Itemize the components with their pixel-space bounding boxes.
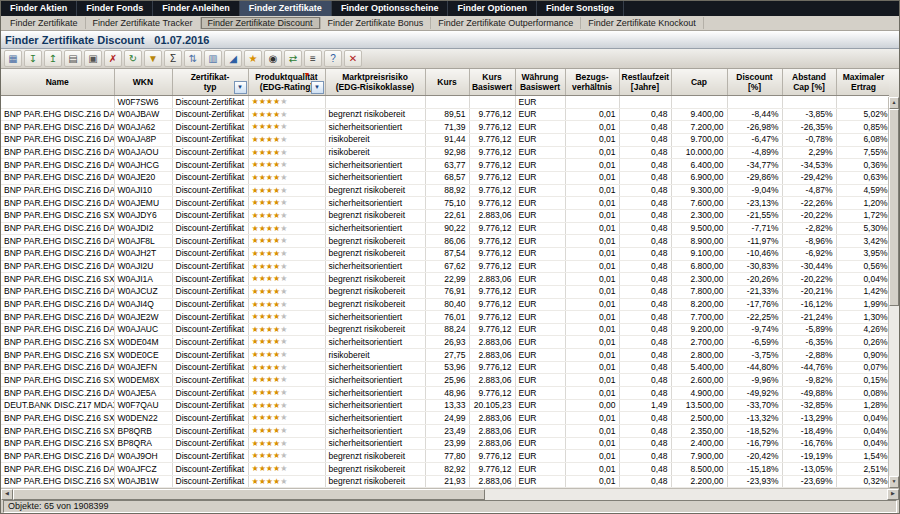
scroll-right-button[interactable]: ▶: [887, 489, 899, 500]
columns-icon[interactable]: ▥: [204, 50, 222, 67]
horizontal-scrollbar[interactable]: ◀ ▶: [1, 488, 899, 500]
table-row[interactable]: BNP PAR.EHG DISC.Z16 DAXW0AJAUCDiscount-…: [1, 323, 891, 336]
column-header-marktpreisrisiko[interactable]: Marktpreisrisiko (EDG-Risikoklasse): [325, 69, 425, 96]
delete-row-icon[interactable]: ✗: [104, 50, 122, 67]
table-row[interactable]: W0F7SW6Discount-Zertifikat★★★★★EUR: [1, 96, 891, 109]
scroll-left-button[interactable]: ◀: [1, 489, 13, 500]
menu-tab-finder-optionen[interactable]: Finder Optionen: [448, 1, 537, 16]
cell-zertifikat-typ: Discount-Zertifikat: [172, 425, 248, 438]
filter-icon[interactable]: ▼: [144, 50, 162, 67]
cell-zertifikat-typ: Discount-Zertifikat: [172, 197, 248, 210]
table-row[interactable]: BNP PAR.EHG DISC.Z16 SX5EW0AJB1WDiscount…: [1, 475, 891, 488]
column-header-name[interactable]: Name: [1, 69, 114, 96]
table-row[interactable]: BNP PAR.EHG DISC.Z16 SX5EW0AJDY6Discount…: [1, 209, 891, 222]
column-header-discount[interactable]: Discount [%]: [727, 69, 782, 96]
table-row[interactable]: BNP PAR.EHG DISC.Z16 DAXW0AJH2TDiscount-…: [1, 247, 891, 260]
cell-discount: -44,80%: [727, 361, 782, 374]
table-row[interactable]: BNP PAR.EHG DISC.Z16 DAXW0AJEMUDiscount-…: [1, 197, 891, 210]
menu-tab-finder-optionsscheine[interactable]: Finder Optionsscheine: [332, 1, 449, 16]
table-row[interactable]: BNP PAR.EHG DISC.Z16 DAXW0AJE2WDiscount-…: [1, 311, 891, 324]
subtab-finder-zertifikate-discount[interactable]: Finder Zertifikate Discount: [201, 17, 321, 29]
chart-icon[interactable]: ◢: [224, 50, 242, 67]
column-header-produktqualitaet[interactable]: Produktqualität (EDG-Rating)▼▼: [248, 69, 325, 96]
filter-dropdown-button-zertifikat-typ[interactable]: ▼: [234, 81, 247, 94]
table-row[interactable]: BNP PAR.EHG DISC.Z16 DAXW0AJA62Discount-…: [1, 121, 891, 134]
export-icon[interactable]: ↧: [24, 50, 42, 67]
sort-icon[interactable]: ⇅: [184, 50, 202, 67]
import-icon[interactable]: ↥: [44, 50, 62, 67]
menu-tab-finder-sonstige[interactable]: Finder Sonstige: [537, 1, 624, 16]
table-row[interactable]: BNP PAR.EHG DISC.Z16 DAXW0AJI2UDiscount-…: [1, 260, 891, 273]
refresh-icon[interactable]: ↻: [124, 50, 142, 67]
table-row[interactable]: BNP PAR.EHG DISC.Z16 SX5EW0AJI1ADiscount…: [1, 273, 891, 286]
cell-abstand-cap: -29,42%: [782, 171, 836, 184]
table-view-icon[interactable]: ▦: [4, 50, 22, 67]
cell-produktqualitaet: ★★★★★: [248, 108, 325, 121]
column-header-cap[interactable]: Cap: [671, 69, 727, 96]
table-row[interactable]: BNP PAR.EHG DISC.Z16 SX5EW0DEM8XDiscount…: [1, 374, 891, 387]
table-row[interactable]: BNP PAR.EHG DISC.Z16 SX5EW0DEN22Discount…: [1, 412, 891, 425]
table-row[interactable]: BNP PAR.EHG DISC.Z16 SX5EW0DE04MDiscount…: [1, 336, 891, 349]
cell-marktpreisrisiko: sicherheitsorientiert: [325, 222, 425, 235]
table-row[interactable]: BNP PAR.EHG DISC.Z16 SX5EBP8QRADiscount-…: [1, 437, 891, 450]
horizontal-scroll-thumb[interactable]: [13, 489, 485, 500]
print-icon[interactable]: ▤: [64, 50, 82, 67]
horizontal-scroll-track[interactable]: [485, 489, 887, 500]
cell-waehrung-basiswert: EUR: [515, 450, 565, 463]
cell-cap: 2.300,00: [671, 273, 727, 286]
column-header-kurs[interactable]: Kurs: [425, 69, 469, 96]
table-row[interactable]: BNP PAR.EHG DISC.Z16 DAXW0AJ9OHDiscount-…: [1, 450, 891, 463]
table-row[interactable]: BNP PAR.EHG DISC.Z16 DAXW0AJCUZDiscount-…: [1, 285, 891, 298]
menu-tab-finder-zertifikate[interactable]: Finder Zertifikate: [240, 1, 332, 16]
copy-icon[interactable]: ▣: [84, 50, 102, 67]
table-row[interactable]: BNP PAR.EHG DISC.Z16 DAXW0AJE5ADiscount-…: [1, 387, 891, 400]
table-row[interactable]: BNP PAR.EHG DISC.Z16 SX5EBP8QRBDiscount-…: [1, 425, 891, 438]
vertical-scrollbar[interactable]: ▲ ▼: [888, 97, 899, 488]
column-header-waehrung-basiswert[interactable]: Währung Basiswert: [515, 69, 565, 96]
table-row[interactable]: BNP PAR.EHG DISC.Z16 DAXW0AJF8LDiscount-…: [1, 235, 891, 248]
table-row[interactable]: BNP PAR.EHG DISC.Z16 DAXW0AJDI2Discount-…: [1, 222, 891, 235]
table-row[interactable]: BNP PAR.EHG DISC.Z16 DAXW0AJFCZDiscount-…: [1, 463, 891, 476]
table-row[interactable]: BNP PAR.EHG DISC.Z16 DAXW0AJI10Discount-…: [1, 184, 891, 197]
column-header-bezugsverhaeltnis[interactable]: Bezugs- verhältnis: [565, 69, 619, 96]
help-icon[interactable]: ?: [324, 50, 342, 67]
scroll-up-button[interactable]: ▲: [889, 97, 899, 109]
settings-icon[interactable]: ≡: [304, 50, 322, 67]
table-row[interactable]: BNP PAR.EHG DISC.Z16 DAXW0AJEFNDiscount-…: [1, 361, 891, 374]
table-row[interactable]: BNP PAR.EHG DISC.Z16 DAXW0AJBAWDiscount-…: [1, 108, 891, 121]
sum-icon[interactable]: Σ: [164, 50, 182, 67]
column-header-wkn[interactable]: WKN: [114, 69, 172, 96]
column-header-maximaler-ertrag[interactable]: Maximaler Ertrag: [836, 69, 891, 96]
cell-discount: -21,33%: [727, 285, 782, 298]
table-row[interactable]: BNP PAR.EHG DISC.Z16 DAXW0AJE20Discount-…: [1, 171, 891, 184]
table-row[interactable]: BNP PAR.EHG DISC.Z16 DAXW0AJHCGDiscount-…: [1, 159, 891, 172]
table-row[interactable]: BNP PAR.EHG DISC.Z16 DAXW0AJAOUDiscount-…: [1, 146, 891, 159]
menu-tab-finder-fonds[interactable]: Finder Fonds: [77, 1, 153, 16]
subtab-finder-zertifikate-tracker[interactable]: Finder Zertifikate Tracker: [86, 17, 201, 29]
subtab-finder-zertifikate-outperformance[interactable]: Finder Zertifikate Outperformance: [431, 17, 581, 29]
table-row[interactable]: DEUT.BANK DISC.Z17 MDAXW0F7QAUDiscount-Z…: [1, 399, 891, 412]
search-icon[interactable]: ◉: [264, 50, 282, 67]
vertical-scroll-thumb[interactable]: [889, 109, 899, 306]
column-header-abstand-cap[interactable]: Abstand Cap [%]: [782, 69, 836, 96]
cell-kurs: 24,99: [425, 412, 469, 425]
table-row[interactable]: BNP PAR.EHG DISC.Z16 DAXW0AJI4QDiscount-…: [1, 298, 891, 311]
vertical-scroll-track[interactable]: [889, 306, 899, 476]
column-header-zertifikat-typ[interactable]: Zertifikat- typ▼: [172, 69, 248, 96]
table-row[interactable]: BNP PAR.EHG DISC.Z16 SX5EW0DE0CEDiscount…: [1, 349, 891, 362]
scroll-down-button[interactable]: ▼: [889, 476, 899, 488]
link-icon[interactable]: ⇄: [284, 50, 302, 67]
menu-tab-finder-anleihen[interactable]: Finder Anleihen: [153, 1, 240, 16]
close-icon[interactable]: ✕: [344, 50, 362, 67]
subtab-finder-zertifikate[interactable]: Finder Zertifikate: [3, 17, 86, 29]
table-row[interactable]: BNP PAR.EHG DISC.Z16 DAXW0AJA8PDiscount-…: [1, 133, 891, 146]
favorite-star-icon[interactable]: ★: [244, 50, 262, 67]
column-header-restlaufzeit[interactable]: Restlaufzeit [Jahre]: [619, 69, 671, 96]
cell-kurs: 67,62: [425, 260, 469, 273]
filter-dropdown-button-produktqualitaet[interactable]: ▼: [311, 81, 324, 94]
cell-cap: 9.500,00: [671, 222, 727, 235]
subtab-finder-zertifikate-bonus[interactable]: Finder Zertifikate Bonus: [321, 17, 432, 29]
menu-tab-finder-aktien[interactable]: Finder Aktien: [1, 1, 77, 16]
subtab-finder-zertifikate-knockout[interactable]: Finder Zertifikate Knockout: [581, 17, 704, 29]
column-header-kurs-basiswert[interactable]: Kurs Basiswert: [469, 69, 515, 96]
